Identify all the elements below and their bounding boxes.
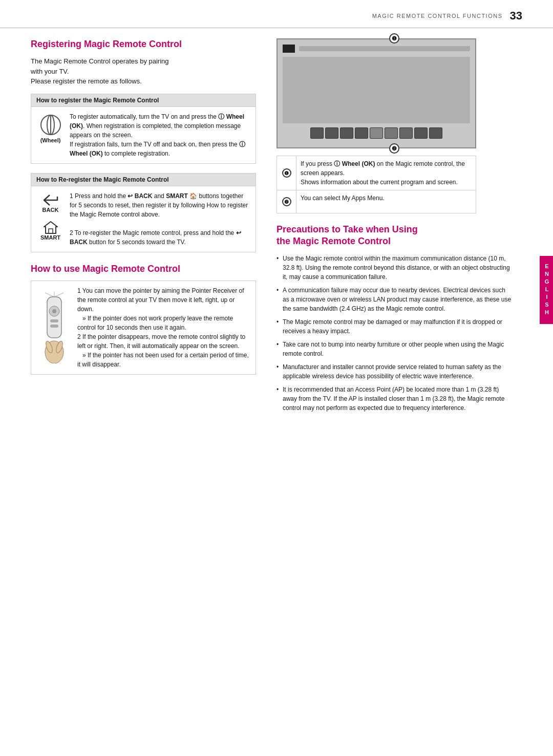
wheel-icon (40, 114, 61, 136)
left-column: Registering Magic Remote Control The Mag… (31, 38, 271, 417)
how-to-use-text: 1 You can move the pointer by aiming the… (77, 286, 250, 369)
right-column: ❶ (271, 38, 512, 417)
tv-icon-4 (355, 127, 368, 139)
registering-heading: Registering Magic Remote Control (31, 38, 256, 50)
tv-circle-1: ❶ (389, 33, 399, 44)
tv-circle-2: ❷ (389, 143, 399, 154)
num-circle-1: ❶ (282, 168, 291, 178)
tv-gray-bar (299, 46, 470, 51)
info-text-2: You can select My Apps Menu. (296, 190, 476, 213)
smart-icon (43, 220, 58, 234)
precautions-heading: Precautions to Take when Using the Magic… (276, 224, 512, 248)
precaution-item-5: Manufacturer and installer cannot provid… (276, 362, 512, 381)
tv-inner-screen (283, 57, 470, 123)
register-box-body: (Wheel) To register automatically, turn … (31, 107, 256, 163)
tv-screen-wrapper: ❶ (276, 38, 512, 148)
header-title: MAGIC REMOTE CONTROL FUNCTIONS (372, 13, 503, 19)
tv-black-rect (283, 45, 295, 53)
info-num-1: ❶ (277, 156, 296, 190)
back-smart-icon-cell: BACK SMART (36, 191, 65, 247)
precaution-item-1: Use the Magic remote control within the … (276, 254, 512, 282)
back-icon (42, 193, 59, 207)
svg-rect-3 (49, 229, 53, 233)
page-header: MAGIC REMOTE CONTROL FUNCTIONS 33 (0, 0, 553, 28)
reregister-box: How to Re-register the Magic Remote Cont… (31, 173, 256, 252)
info-row-1: ❶ If you press ⓘ Wheel (OK) on the Magic… (277, 156, 476, 190)
tv-icon-row (278, 125, 475, 141)
smart-label: SMART (40, 234, 60, 241)
tv-top-bar (278, 39, 475, 55)
reregister-instruction-text: 1 Press and hold the ↩ BACK and SMART 🏠 … (70, 191, 250, 247)
info-table: ❶ If you press ⓘ Wheel (OK) on the Magic… (276, 156, 476, 213)
page-container: MAGIC REMOTE CONTROL FUNCTIONS 33 ENGLIS… (0, 0, 553, 756)
svg-line-5 (54, 293, 63, 297)
how-to-use-heading: How to use Magic Remote Control (31, 264, 256, 274)
tv-icon-7 (399, 127, 413, 139)
svg-point-9 (52, 309, 56, 313)
reregister-box-body: BACK SMART 1 Press and hold the ↩ BACK a… (31, 186, 256, 252)
info-text-1: If you press ⓘ Wheel (OK) on the Magic r… (296, 156, 476, 190)
tv-icon-6 (385, 127, 398, 139)
svg-rect-10 (50, 319, 58, 322)
precaution-item-6: It is recommended that an Access Point (… (276, 385, 512, 413)
svg-rect-11 (50, 325, 58, 328)
svg-line-6 (45, 293, 54, 297)
registering-intro: The Magic Remote Control operates by pai… (31, 56, 256, 87)
remote-svg (38, 292, 71, 363)
tv-icon-8 (414, 127, 428, 139)
precaution-item-4: Take care not to bump into nearby furnit… (276, 340, 512, 358)
register-box-header: How to register the Magic Remote Control (31, 94, 256, 107)
tv-icon-9 (429, 127, 442, 139)
precaution-item-3: The Magic remote control may be damaged … (276, 317, 512, 336)
how-to-use-box: 1 You can move the pointer by aiming the… (31, 280, 256, 375)
tv-icon-2 (325, 127, 338, 139)
precautions-list: Use the Magic remote control within the … (276, 254, 512, 413)
tv-screen (276, 38, 476, 148)
main-content: Registering Magic Remote Control The Mag… (0, 38, 553, 417)
back-label: BACK (42, 207, 59, 213)
remote-illustration (36, 286, 72, 369)
register-instruction-text: To register automatically, turn the TV o… (70, 112, 250, 158)
tv-icon-5 (370, 127, 383, 139)
info-row-2: ❷ You can select My Apps Menu. (277, 190, 476, 213)
how-to-use-body: 1 You can move the pointer by aiming the… (31, 281, 256, 374)
page-number: 33 (510, 9, 522, 23)
info-num-2: ❷ (277, 190, 296, 213)
reregister-box-header: How to Re-register the Magic Remote Cont… (31, 174, 256, 186)
svg-rect-7 (47, 297, 61, 338)
wheel-label: (Wheel) (40, 137, 61, 143)
num-circle-2: ❷ (282, 197, 291, 206)
wheel-icon-cell: (Wheel) (36, 112, 65, 158)
tv-icon-3 (340, 127, 353, 139)
precaution-item-2: A communication failure may occur due to… (276, 286, 512, 313)
tv-icon-1 (310, 127, 324, 139)
register-box: How to register the Magic Remote Control… (31, 94, 256, 164)
